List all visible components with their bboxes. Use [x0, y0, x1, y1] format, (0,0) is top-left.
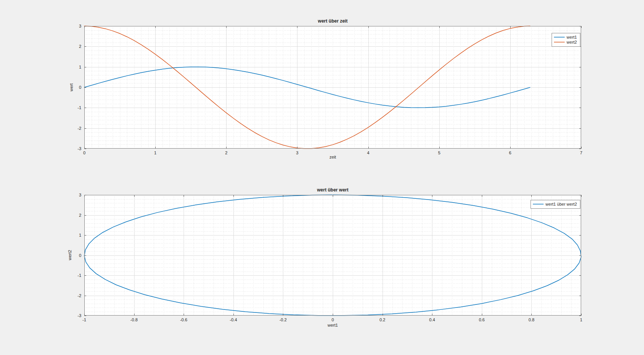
figure-canvas: 01234567-3-2-10123wert1wert2 wert über z… — [0, 0, 644, 355]
x-tick-label: 0.4 — [429, 317, 435, 322]
x-tick-label: 1 — [580, 317, 582, 322]
y-tick-labels: -3-2-10123 — [77, 24, 81, 151]
x-tick-label: -1 — [82, 317, 86, 322]
y-tick-label: 1 — [79, 233, 81, 237]
y-tick-label: -3 — [77, 146, 81, 151]
chart-wert-ueber-wert: -1-0.8-0.6-0.4-0.200.20.40.60.81-3-2-101… — [67, 187, 582, 327]
legend[interactable]: wert1 über wert2 — [531, 200, 580, 209]
legend-entry-label: wert1 — [566, 35, 577, 39]
y-tick-label: -2 — [77, 293, 81, 298]
y-tick-label: 0 — [79, 253, 81, 258]
y-tick-label: 2 — [79, 213, 81, 218]
x-tick-label: 1 — [154, 151, 156, 155]
y-tick-labels: -3-2-10123 — [77, 193, 81, 318]
x-tick-label: 0.8 — [529, 317, 534, 322]
x-tick-labels: -1-0.8-0.6-0.4-0.200.20.40.60.81 — [82, 317, 582, 322]
axes-1: 01234567-3-2-10123wert1wert2 — [77, 24, 582, 155]
legend-entry-label: wert1 über wert2 — [545, 202, 577, 206]
x-tick-label: 6 — [509, 151, 511, 155]
x-tick-label: 2 — [225, 151, 227, 155]
axes-2: -1-0.8-0.6-0.4-0.200.20.40.60.81-3-2-101… — [77, 193, 582, 322]
x-tick-label: 3 — [296, 151, 298, 155]
y-tick-label: -3 — [77, 313, 81, 318]
chart1-title: wert über zeit — [317, 18, 347, 24]
chart2-xlabel: wert1 — [327, 323, 338, 327]
legend[interactable]: wert1wert2 — [552, 33, 580, 47]
y-tick-label: 0 — [79, 85, 81, 90]
y-tick-label: -1 — [77, 273, 81, 278]
y-tick-label: -1 — [77, 105, 81, 110]
x-tick-label: -0.6 — [180, 317, 187, 322]
y-tick-label: -2 — [77, 126, 81, 131]
chart2-ylabel: wert2 — [67, 250, 72, 261]
x-tick-label: 0 — [332, 317, 334, 322]
x-tick-label: 0.6 — [479, 317, 485, 322]
x-tick-label: -0.4 — [230, 317, 237, 322]
chart1-xlabel: zeit — [329, 155, 336, 159]
x-tick-label: -0.2 — [279, 317, 287, 322]
y-tick-label: 1 — [79, 65, 81, 69]
chart-wert-ueber-zeit: 01234567-3-2-10123wert1wert2 wert über z… — [69, 18, 582, 159]
legend-entry-label: wert2 — [566, 40, 577, 44]
x-tick-label: 0 — [83, 151, 85, 155]
x-tick-label: 4 — [367, 151, 370, 155]
y-tick-label: 3 — [79, 24, 81, 28]
x-tick-label: 5 — [438, 151, 440, 155]
x-tick-label: 0.2 — [380, 317, 385, 322]
plots-svg: 01234567-3-2-10123wert1wert2 wert über z… — [0, 0, 644, 355]
x-tick-label: -0.8 — [130, 317, 138, 322]
x-tick-label: 7 — [580, 151, 582, 155]
chart2-title: wert über wert — [317, 187, 348, 193]
y-tick-label: 3 — [79, 193, 81, 197]
y-tick-label: 2 — [79, 44, 81, 49]
chart1-ylabel: wert — [69, 83, 74, 92]
